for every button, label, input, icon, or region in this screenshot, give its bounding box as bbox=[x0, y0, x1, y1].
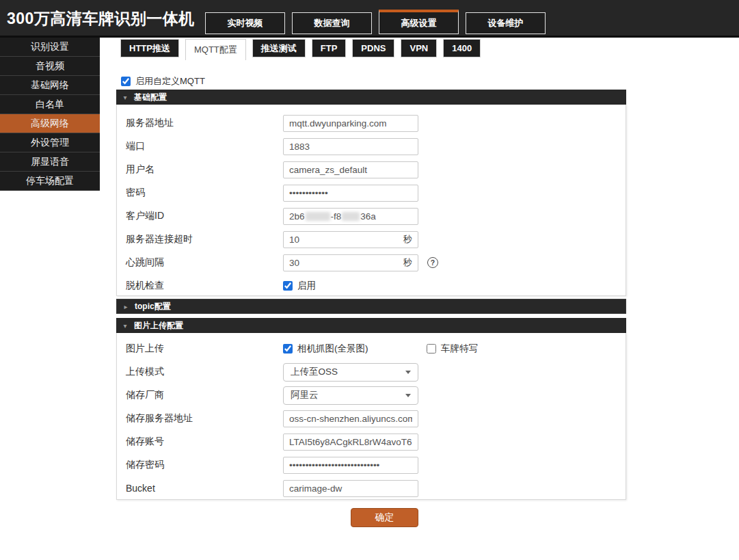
storage-vendor-select[interactable]: 阿里云 bbox=[283, 386, 418, 405]
storage-vendor-value: 阿里云 bbox=[291, 389, 319, 401]
help-icon[interactable]: ? bbox=[427, 257, 438, 268]
sidebar-item-parking-config[interactable]: 停车场配置 bbox=[0, 172, 100, 191]
image-upload-row: 图片上传 相机抓图(全景图) 车牌特写 bbox=[117, 337, 626, 360]
offline-check-row: 脱机检查 启用 bbox=[117, 274, 626, 297]
client-id-label: 客户端ID bbox=[117, 210, 283, 222]
sidebar-item-basic-network[interactable]: 基础网络 bbox=[0, 76, 100, 95]
storage-server-row: 储存服务器地址 bbox=[117, 407, 626, 430]
offline-check-checkbox[interactable] bbox=[283, 281, 293, 291]
heartbeat-row: 心跳间隔 秒 ? bbox=[117, 251, 626, 274]
tab-1400[interactable]: 1400 bbox=[443, 39, 481, 57]
tab-ftp[interactable]: FTP bbox=[312, 39, 347, 57]
port-row: 端口 bbox=[117, 135, 626, 158]
client-id-row: 客户端ID 2b6 -f8 36a bbox=[117, 204, 626, 228]
confirm-button[interactable]: 确定 bbox=[351, 508, 418, 527]
server-address-label: 服务器地址 bbox=[117, 117, 283, 129]
tab-http-push[interactable]: HTTP推送 bbox=[120, 39, 179, 57]
enable-custom-mqtt-row: 启用自定义MQTT bbox=[121, 75, 205, 88]
storage-password-input[interactable] bbox=[283, 457, 418, 474]
client-id-part2: -f8 bbox=[331, 211, 342, 222]
topic-config-section-title: topic配置 bbox=[135, 301, 171, 312]
client-id-input[interactable]: 2b6 -f8 36a bbox=[283, 208, 418, 225]
port-input[interactable] bbox=[283, 138, 418, 155]
panorama-capture-group: 相机抓图(全景图) bbox=[283, 343, 427, 355]
chevron-down-icon bbox=[405, 371, 411, 374]
connect-timeout-input[interactable] bbox=[289, 235, 403, 245]
tab-push-test[interactable]: 推送测试 bbox=[252, 39, 306, 57]
port-label: 端口 bbox=[117, 140, 283, 152]
storage-password-label: 储存密码 bbox=[117, 459, 283, 471]
enable-custom-mqtt-label: 启用自定义MQTT bbox=[135, 75, 205, 88]
sidebar-item-recognition[interactable]: 识别设置 bbox=[0, 38, 100, 57]
plate-closeup-group: 车牌特写 bbox=[427, 343, 478, 355]
basic-config-panel: 服务器地址 端口 用户名 密码 客户端ID 2b6 -f8 36a bbox=[116, 105, 626, 296]
password-label: 密码 bbox=[117, 187, 283, 199]
bucket-input[interactable] bbox=[283, 480, 418, 497]
topic-config-section-header[interactable]: ▸ topic配置 bbox=[116, 299, 626, 314]
basic-config-section-title: 基础配置 bbox=[134, 92, 167, 103]
password-row: 密码 bbox=[117, 181, 626, 204]
heartbeat-field: 秒 bbox=[283, 254, 418, 271]
offline-check-option-label: 启用 bbox=[297, 280, 316, 292]
username-row: 用户名 bbox=[117, 158, 626, 181]
nav-advanced-settings[interactable]: 高级设置 bbox=[379, 10, 459, 34]
tab-vpn[interactable]: VPN bbox=[401, 39, 437, 57]
bucket-row: Bucket bbox=[117, 477, 626, 500]
chevron-down-icon bbox=[405, 394, 411, 397]
nav-live-video[interactable]: 实时视频 bbox=[205, 12, 285, 34]
settings-tabs: HTTP推送 MQTT配置 推送测试 FTP PDNS VPN 1400 bbox=[120, 39, 481, 60]
storage-vendor-label: 储存厂商 bbox=[117, 389, 283, 401]
sidebar-item-advanced-network[interactable]: 高级网络 bbox=[0, 114, 100, 133]
nav-data-query[interactable]: 数据查询 bbox=[292, 12, 372, 34]
expand-arrow-icon: ▸ bbox=[117, 303, 135, 310]
app-title: 300万高清车牌识别一体机 bbox=[7, 8, 195, 29]
server-address-input[interactable] bbox=[283, 115, 418, 132]
collapse-arrow-icon: ▾ bbox=[116, 322, 134, 330]
panorama-capture-checkbox[interactable] bbox=[283, 344, 293, 354]
upload-mode-value: 上传至OSS bbox=[291, 366, 338, 378]
top-nav: 实时视频 数据查询 高级设置 设备维护 bbox=[205, 10, 546, 34]
nav-device-maintenance[interactable]: 设备维护 bbox=[466, 12, 546, 34]
sidebar-item-audio-video[interactable]: 音视频 bbox=[0, 57, 100, 76]
sidebar: 识别设置 音视频 基础网络 白名单 高级网络 外设管理 屏显语音 停车场配置 bbox=[0, 38, 100, 191]
image-upload-section-title: 图片上传配置 bbox=[134, 320, 183, 332]
connect-timeout-unit: 秒 bbox=[403, 233, 412, 245]
username-label: 用户名 bbox=[117, 163, 283, 176]
sidebar-item-peripherals[interactable]: 外设管理 bbox=[0, 133, 100, 152]
upload-mode-select[interactable]: 上传至OSS bbox=[283, 363, 418, 382]
basic-config-section-header[interactable]: ▾ 基础配置 bbox=[116, 90, 626, 105]
redacted-blur bbox=[342, 212, 360, 221]
enable-custom-mqtt-checkbox[interactable] bbox=[121, 77, 131, 86]
password-input[interactable] bbox=[283, 185, 418, 202]
tab-mqtt-config[interactable]: MQTT配置 bbox=[185, 39, 246, 60]
tab-pdns[interactable]: PDNS bbox=[352, 39, 394, 57]
sidebar-item-whitelist[interactable]: 白名单 bbox=[0, 95, 100, 114]
storage-password-row: 储存密码 bbox=[117, 453, 626, 477]
redacted-blur bbox=[306, 212, 330, 221]
offline-check-label: 脱机检查 bbox=[117, 280, 283, 292]
storage-server-input[interactable] bbox=[283, 410, 418, 427]
collapse-arrow-icon: ▾ bbox=[116, 94, 134, 101]
connect-timeout-label: 服务器连接超时 bbox=[117, 233, 283, 245]
bucket-label: Bucket bbox=[117, 483, 283, 494]
image-upload-section-header[interactable]: ▾ 图片上传配置 bbox=[116, 318, 626, 333]
image-upload-label: 图片上传 bbox=[117, 343, 283, 355]
device-config-screen: 300万高清车牌识别一体机 实时视频 数据查询 高级设置 设备维护 识别设置 音… bbox=[0, 0, 739, 560]
upload-mode-label: 上传模式 bbox=[117, 366, 283, 378]
heartbeat-unit: 秒 bbox=[403, 256, 412, 269]
panorama-capture-label: 相机抓图(全景图) bbox=[297, 343, 368, 355]
plate-closeup-label: 车牌特写 bbox=[441, 343, 478, 355]
heartbeat-label: 心跳间隔 bbox=[117, 256, 283, 269]
plate-closeup-checkbox[interactable] bbox=[427, 344, 436, 354]
heartbeat-input[interactable] bbox=[289, 258, 403, 268]
top-header: 300万高清车牌识别一体机 实时视频 数据查询 高级设置 设备维护 bbox=[0, 0, 739, 38]
username-input[interactable] bbox=[283, 161, 418, 178]
storage-vendor-row: 储存厂商 阿里云 bbox=[117, 384, 626, 407]
server-address-row: 服务器地址 bbox=[117, 111, 626, 135]
sidebar-item-display-voice[interactable]: 屏显语音 bbox=[0, 152, 100, 172]
connect-timeout-field: 秒 bbox=[283, 231, 418, 248]
storage-server-label: 储存服务器地址 bbox=[117, 412, 283, 425]
storage-account-label: 储存账号 bbox=[117, 436, 283, 448]
client-id-part1: 2b6 bbox=[289, 211, 305, 222]
storage-account-input[interactable] bbox=[283, 434, 418, 451]
